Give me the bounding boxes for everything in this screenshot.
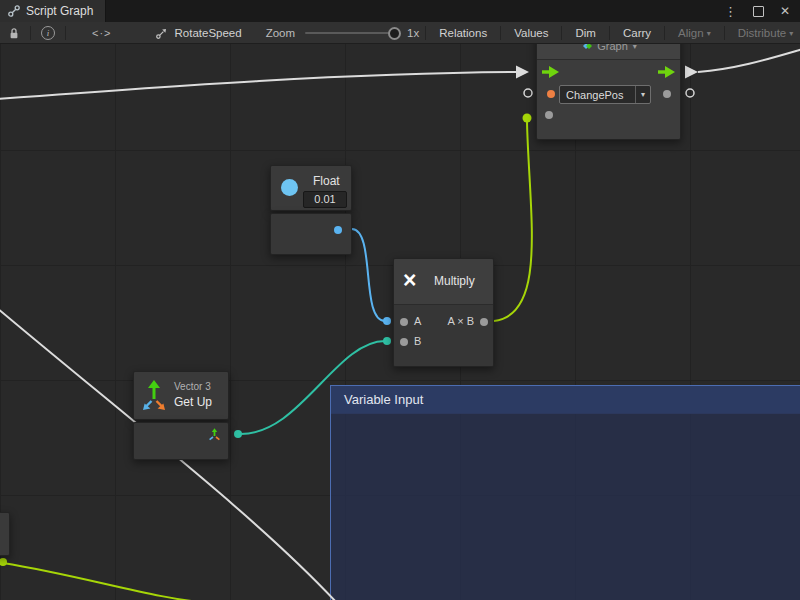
multiply-node[interactable]: × Multiply A A × B B <box>393 258 494 367</box>
toolbar-divider <box>65 26 66 40</box>
multiply-node-header[interactable]: × Multiply <box>394 259 493 305</box>
tab-label: Script Graph <box>26 4 93 18</box>
values-button[interactable]: Values <box>507 22 555 44</box>
graph-node-right-ring-port[interactable] <box>686 89 694 97</box>
graph-unit-title: Graph <box>597 44 628 52</box>
float-node[interactable]: Float 0.01 <box>270 165 352 255</box>
multiply-node-title: Multiply <box>434 274 475 288</box>
wire-endpoint-bottom[interactable] <box>0 558 7 566</box>
kebab-menu-icon[interactable]: ⋮ <box>724 4 737 19</box>
wire-endpoint-vector[interactable] <box>383 337 391 345</box>
lock-icon[interactable] <box>4 27 24 40</box>
multiply-icon: × <box>403 266 416 294</box>
getup-output-port[interactable] <box>234 430 242 438</box>
multiply-node-body: A A × B B <box>394 305 493 366</box>
chevron-down-icon[interactable]: ▾ <box>635 86 650 103</box>
graph-unit-icon <box>580 44 592 52</box>
zoom-label: Zoom <box>266 27 295 39</box>
graph-name-label[interactable]: RotateSpeed <box>175 27 242 39</box>
wire-flow-out-arrowhead[interactable] <box>685 66 698 79</box>
wire-endpoint-float[interactable] <box>383 317 391 325</box>
float-type-icon <box>281 179 298 196</box>
multiply-input-b-label: B <box>414 335 421 347</box>
partial-node-left-edge[interactable] <box>0 512 10 556</box>
float-value-field[interactable]: 0.01 <box>303 191 347 208</box>
vector3-port-strip[interactable] <box>133 422 229 460</box>
vector3-icon <box>141 379 167 417</box>
vector3-getup-node[interactable]: Vector 3 Get Up <box>133 371 229 460</box>
chevron-down-icon: ▾ <box>633 44 637 51</box>
multiply-input-a-port[interactable] <box>400 318 408 326</box>
zoom-value: 1x <box>407 27 419 39</box>
info-icon[interactable]: i <box>37 26 59 40</box>
wire-float-to-multiply-a[interactable] <box>352 229 385 321</box>
variable-dropdown-value: ChangePos <box>560 89 635 101</box>
variable-right-port[interactable] <box>663 90 671 98</box>
graph-canvas[interactable]: Variable Input Float <box>0 44 800 600</box>
wire-bottom-left[interactable] <box>3 563 212 600</box>
zoom-slider-knob[interactable] <box>388 27 401 40</box>
vector3-node-title: Get Up <box>174 395 212 409</box>
float-output-port[interactable] <box>334 226 342 234</box>
graph-toolbar: i <·> RotateSpeed Zoom 1x Relations Valu… <box>0 22 800 44</box>
graph-node-left-ring-port[interactable] <box>524 89 532 97</box>
vector3-output-type-icon <box>207 427 222 446</box>
wire-getup-to-multiply-b[interactable] <box>240 341 385 434</box>
wire-flow-in[interactable] <box>0 72 516 99</box>
vector3-node-header[interactable]: Vector 3 Get Up <box>133 371 229 420</box>
wire-flow-in-arrowhead[interactable] <box>516 66 529 79</box>
align-button[interactable]: Align▾ <box>671 22 718 44</box>
maximize-icon[interactable] <box>753 6 764 17</box>
wire-flow-out[interactable] <box>698 49 800 72</box>
graph-unit-header[interactable]: Graph ▾ <box>537 44 680 60</box>
toolbar-buttons: Relations Values Dim Carry Align▾ Distri… <box>419 22 800 44</box>
float-node-title: Float <box>313 174 340 188</box>
flow-output-arrow-icon[interactable] <box>658 66 675 78</box>
carry-button[interactable]: Carry <box>616 22 658 44</box>
multiply-input-a-label: A <box>414 315 421 327</box>
relations-button[interactable]: Relations <box>432 22 494 44</box>
toolbar-divider <box>30 26 31 40</box>
variable-dropdown[interactable]: ChangePos ▾ <box>559 85 651 104</box>
tab-script-graph[interactable]: Script Graph <box>0 0 106 22</box>
zoom-slider[interactable] <box>305 32 397 34</box>
script-graph-icon <box>8 5 20 17</box>
vector3-category-label: Vector 3 <box>174 381 211 392</box>
chevron-down-icon: ▾ <box>789 23 793 45</box>
wire-multiply-to-graph[interactable] <box>494 122 532 321</box>
distribute-button[interactable]: Distribute▾ <box>731 22 800 44</box>
float-node-port-strip[interactable] <box>270 213 352 255</box>
variable-name-port[interactable] <box>547 90 555 98</box>
value-input-port[interactable] <box>545 111 553 119</box>
window-titlebar: Script Graph ⋮ ✕ <box>0 0 800 22</box>
multiply-input-b-port[interactable] <box>400 338 408 346</box>
float-node-header[interactable]: Float 0.01 <box>270 165 352 211</box>
graph-asset-icon <box>152 28 171 39</box>
graph-unit-node[interactable]: Graph ▾ ChangePos ▾ <box>536 44 681 140</box>
multiply-output-label: A × B <box>447 315 474 327</box>
flow-input-arrow-icon[interactable] <box>542 66 559 78</box>
code-view-icon[interactable]: <·> <box>88 27 116 39</box>
chevron-down-icon: ▾ <box>707 23 711 45</box>
wire-endpoint-result[interactable] <box>523 114 532 123</box>
multiply-output-port[interactable] <box>480 318 488 326</box>
close-icon[interactable]: ✕ <box>780 4 790 18</box>
dim-button[interactable]: Dim <box>568 22 602 44</box>
